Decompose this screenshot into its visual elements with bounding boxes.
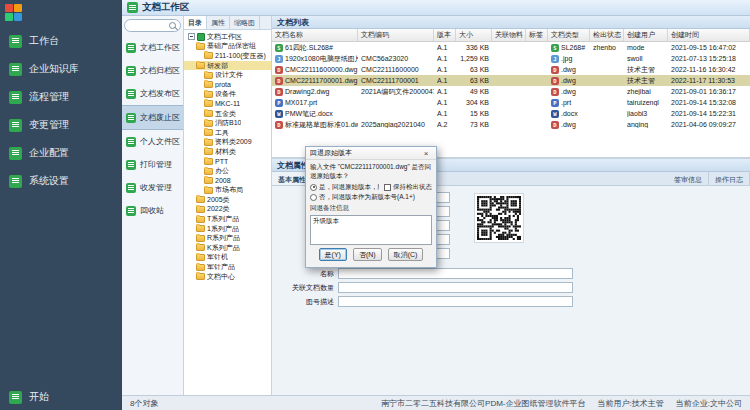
tree-node[interactable]: 资料类2009 (184, 138, 271, 148)
doc-name: 61四轮.SL268# (285, 43, 333, 53)
folder-icon (196, 206, 205, 213)
tree-tab[interactable]: 缩略图 (230, 16, 260, 29)
column-header[interactable]: 文档编码 (358, 29, 434, 41)
workspace-nav-item[interactable]: 文档工作区 (122, 36, 183, 59)
field-value-input[interactable] (338, 296, 573, 307)
tree-node[interactable]: 基础产品保密组 (184, 42, 271, 52)
column-header[interactable]: 创建时间 (668, 29, 750, 41)
dialog-titlebar[interactable]: 回退原始版本 × (306, 147, 436, 160)
tree-node[interactable]: 五金类 (184, 109, 271, 119)
column-header[interactable]: 大小 (456, 29, 492, 41)
column-header[interactable]: 版本 (434, 29, 456, 41)
doc-row[interactable]: S 61四轮.SL268# A.1 336 KB S SL (272, 42, 750, 53)
tree-node-label: 基础产品保密组 (207, 42, 256, 52)
tree-node[interactable]: 办公 (184, 166, 271, 176)
workspace-icon (126, 113, 136, 123)
workspace-nav-item[interactable]: 回收站 (122, 199, 183, 222)
sidebar-item[interactable]: 企业知识库 (0, 55, 122, 83)
sidebar-item[interactable]: 系统设置 (0, 167, 122, 195)
workspace-nav-item[interactable]: 打印管理 (122, 153, 183, 176)
workspace-nav-label: 文档发布区 (140, 88, 180, 99)
field-value-input[interactable] (338, 282, 573, 293)
collapse-icon[interactable] (188, 33, 195, 40)
tree-tab[interactable]: 属性 (207, 16, 230, 29)
column-header[interactable]: 文档类型 (548, 29, 590, 41)
tree-node[interactable]: 文档工作区 (184, 32, 271, 42)
sidebar-item[interactable]: 企业配置 (0, 139, 122, 167)
props-field: 关联文档数量 (278, 282, 744, 293)
workspace-nav-item[interactable]: 文档发布区 (122, 82, 183, 105)
rollback-note-input[interactable]: 升级版本 (310, 215, 432, 245)
folder-icon (204, 110, 213, 117)
tree-node[interactable]: 2008 (184, 176, 271, 186)
tree-node-label: 2005类 (207, 195, 230, 205)
doc-code: 2021A编码文件2000047 (358, 87, 434, 97)
workspace-nav-item[interactable]: 收发管理 (122, 176, 183, 199)
folder-icon (196, 216, 205, 223)
sidebar-item[interactable]: 变更管理 (0, 111, 122, 139)
tree-node[interactable]: R系列产品 (184, 233, 271, 243)
tree-node[interactable]: prota (184, 80, 271, 90)
column-header[interactable]: 检出状态 (590, 29, 624, 41)
tree-node[interactable]: 1系列产品 (184, 224, 271, 234)
doc-row[interactable]: D 标准规格草图标准01.dwg 2025angiag2021040 A.2 7… (272, 119, 750, 130)
tree-tab[interactable]: 目录 (184, 16, 207, 29)
tree-node[interactable]: 2022类 (184, 205, 271, 215)
tree-node[interactable]: 211-100(变压器) (184, 51, 271, 61)
radio-rollback-no[interactable] (310, 194, 317, 201)
tree-node[interactable]: 材料类 (184, 147, 271, 157)
close-icon[interactable]: × (420, 149, 432, 158)
tree-node[interactable]: K系列产品 (184, 243, 271, 253)
start-button[interactable]: 开始 (0, 383, 122, 410)
sidebar-item[interactable]: 工作台 (0, 27, 122, 55)
start-label: 开始 (29, 390, 49, 404)
doc-row[interactable]: D CMC22111600000.dwg CMC22111600000 A.1 … (272, 64, 750, 75)
tree-node[interactable]: 工具 (184, 128, 271, 138)
column-header[interactable]: 关联物料 (492, 29, 526, 41)
workspace-nav: 文档工作区 文档归档区 文档发布区 文档废止区 (122, 16, 184, 395)
tree-node[interactable]: 设计文件 (184, 70, 271, 80)
tree-node[interactable]: T系列产品 (184, 214, 271, 224)
doc-row[interactable]: D Drawing2.dwg 2021A编码文件2000047 A.1 49 K… (272, 86, 750, 97)
folder-icon (204, 177, 213, 184)
tree-node[interactable]: 2005类 (184, 195, 271, 205)
sidebar-item[interactable]: 流程管理 (0, 83, 122, 111)
tree-node[interactable]: 设备件 (184, 90, 271, 100)
doc-row[interactable]: D CMC22111700001.dwg CMC22111700001 A.1 … (272, 75, 750, 86)
tree-node[interactable]: MKC-11 (184, 99, 271, 109)
keep-checkout-checkbox[interactable] (384, 184, 391, 191)
tree-node[interactable]: 消防B10 (184, 118, 271, 128)
module-icon (9, 175, 22, 188)
doc-row[interactable]: W PMW笔记.docx A.1 15 KB W .doc (272, 108, 750, 119)
tree-node-label: 设计文件 (215, 70, 243, 80)
workspace-nav-item[interactable]: 文档废止区 (122, 105, 183, 130)
workspace-nav-item[interactable]: 文档归档区 (122, 59, 183, 82)
no-button[interactable]: 否(N) (353, 248, 382, 261)
doc-row[interactable]: J 1920x1080电脑壁纸图片(1)(1).jpg CMC56a23020 … (272, 53, 750, 64)
tree-node[interactable]: 研发部 (184, 61, 271, 71)
tree-node[interactable]: 市场布局 (184, 186, 271, 196)
yes-button[interactable]: 是(Y) (319, 248, 347, 261)
props-tab[interactable]: 签审信息 (668, 172, 709, 185)
doc-name-cell: D 标准规格草图标准01.dwg (272, 120, 358, 130)
cancel-button[interactable]: 取消(C) (388, 248, 424, 261)
workspace-nav-item[interactable]: 个人文件区 (122, 130, 183, 153)
doc-version: A.1 (434, 88, 456, 95)
search-input[interactable] (124, 19, 181, 32)
tree-node[interactable]: 文档中心 (184, 272, 271, 282)
workspace-icon (126, 206, 136, 216)
doc-row[interactable]: P MX017.prt A.1 304 KB P .prt (272, 97, 750, 108)
props-tab[interactable]: 操作日志 (709, 172, 750, 185)
column-header[interactable]: 创建用户 (624, 29, 668, 41)
workspace-titlebar: 文档工作区 (122, 0, 750, 16)
tree-node[interactable]: 军针机 (184, 253, 271, 263)
column-header[interactable]: 标签 (526, 29, 548, 41)
current-company: 当前企业:文中公司 (676, 398, 742, 409)
field-value-input[interactable] (338, 268, 573, 279)
doc-size: 1,259 KB (456, 55, 492, 62)
tree-node[interactable]: PTT (184, 157, 271, 167)
radio-rollback-yes[interactable] (310, 184, 317, 191)
tree-node[interactable]: 军针产品 (184, 262, 271, 272)
column-header[interactable]: 文档名称 (272, 29, 358, 41)
file-type-icon: D (551, 121, 559, 129)
